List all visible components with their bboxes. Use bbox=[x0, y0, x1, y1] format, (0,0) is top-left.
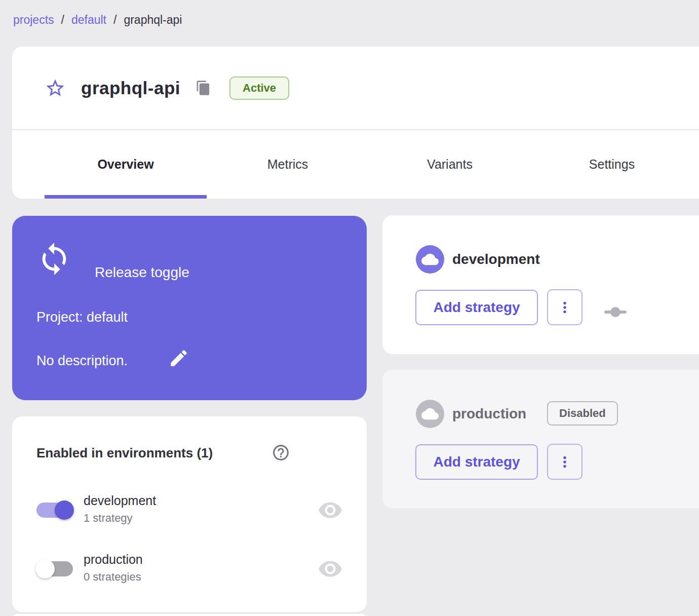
tab-variants[interactable]: Variants bbox=[369, 130, 531, 199]
disabled-badge: Disabled bbox=[547, 401, 618, 426]
tab-bar: Overview Metrics Variants Settings bbox=[45, 130, 693, 199]
tab-overview[interactable]: Overview bbox=[45, 130, 207, 199]
feature-header-card: graphql-api Active Overview Metrics Vari… bbox=[12, 47, 699, 199]
environment-name: production bbox=[84, 552, 143, 567]
breadcrumb-default[interactable]: default bbox=[71, 13, 106, 27]
copy-icon[interactable] bbox=[196, 80, 211, 96]
tab-metrics[interactable]: Metrics bbox=[207, 130, 369, 199]
breadcrumb-separator: / bbox=[61, 13, 64, 27]
eye-icon[interactable] bbox=[318, 556, 343, 582]
environment-menu-button[interactable] bbox=[547, 289, 582, 325]
kebab-icon bbox=[556, 453, 573, 471]
loop-icon bbox=[36, 241, 72, 277]
feature-info-card: Release toggle Project: default No descr… bbox=[12, 216, 367, 400]
add-strategy-button[interactable]: Add strategy bbox=[415, 444, 538, 480]
cloud-icon bbox=[421, 405, 439, 422]
toggle-thumb bbox=[35, 559, 55, 579]
development-environment-card: development Add strategy bbox=[382, 215, 699, 354]
environment-strategy-count: 1 strategy bbox=[84, 512, 156, 525]
kebab-icon bbox=[556, 299, 573, 316]
enabled-environments-panel: Enabled in environments (1) development … bbox=[12, 416, 367, 612]
environment-card-title: development bbox=[452, 251, 540, 267]
environment-strategy-count: 0 strategies bbox=[84, 570, 143, 584]
environment-name: development bbox=[84, 493, 156, 508]
feature-project-label: Project: default bbox=[36, 310, 128, 325]
production-environment-card: production Disabled Add strategy bbox=[382, 370, 699, 508]
next-card-sliver bbox=[12, 614, 367, 616]
feature-title-row: graphql-api Active bbox=[45, 47, 289, 129]
feature-description: No description. bbox=[36, 353, 128, 369]
cloud-icon bbox=[421, 251, 439, 268]
breadcrumb-current: graphql-api bbox=[124, 13, 182, 27]
environment-avatar bbox=[416, 400, 444, 428]
environment-avatar bbox=[416, 245, 444, 274]
status-badge: Active bbox=[229, 76, 289, 100]
eye-icon[interactable] bbox=[318, 497, 343, 523]
strategy-icon bbox=[604, 307, 627, 317]
breadcrumb-separator: / bbox=[113, 13, 116, 27]
production-toggle[interactable] bbox=[36, 561, 73, 576]
breadcrumb: projects / default / graphql-api bbox=[13, 13, 182, 27]
environment-row-text: development 1 strategy bbox=[84, 493, 156, 525]
tab-settings[interactable]: Settings bbox=[531, 130, 693, 199]
active-tab-indicator bbox=[45, 195, 207, 199]
add-strategy-button[interactable]: Add strategy bbox=[415, 290, 538, 325]
feature-type-label: Release toggle bbox=[95, 264, 189, 281]
environment-row-text: production 0 strategies bbox=[84, 552, 143, 584]
enabled-environments-title: Enabled in environments (1) bbox=[36, 445, 213, 461]
edit-description-icon[interactable] bbox=[168, 348, 189, 369]
environment-card-title: production bbox=[452, 406, 526, 422]
breadcrumb-projects[interactable]: projects bbox=[13, 13, 54, 27]
development-toggle[interactable] bbox=[36, 503, 73, 518]
toggle-thumb bbox=[55, 500, 74, 520]
environment-menu-button[interactable] bbox=[547, 444, 582, 480]
page-title: graphql-api bbox=[81, 78, 180, 98]
help-icon[interactable] bbox=[271, 443, 290, 462]
star-icon[interactable] bbox=[45, 78, 66, 99]
